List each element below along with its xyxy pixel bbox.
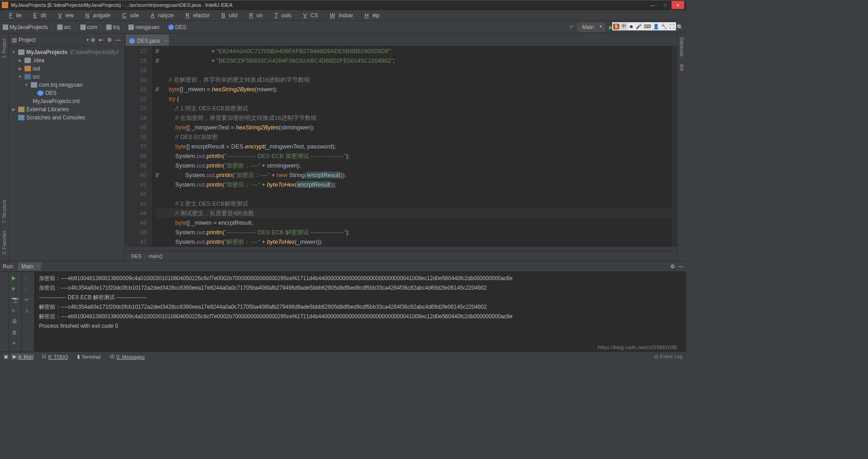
menu-run[interactable]: Run: [242, 11, 266, 20]
window-titlebar: MyJavaProjects [E:\IdeaProjects\MyJavaPr…: [0, 0, 686, 10]
dump-icon[interactable]: 📷: [12, 296, 19, 304]
up-icon[interactable]: ↑: [25, 275, 32, 282]
console-output[interactable]: 加密前：----eb9100481380013800009c4a01000301…: [34, 272, 686, 351]
folder-icon: [80, 25, 86, 30]
folder-icon: [106, 25, 112, 30]
project-panel-header: ▤ Project ▾ ⊕ ⇤ ⚙ —: [9, 34, 124, 46]
menu-window[interactable]: Window: [323, 11, 357, 20]
event-log[interactable]: ⊟ Event Log: [654, 354, 682, 360]
breadcrumb-trq[interactable]: trq: [106, 24, 119, 30]
target-icon[interactable]: ⊕: [91, 37, 97, 43]
close-tab-icon[interactable]: ×: [164, 38, 167, 43]
code-editor[interactable]: 2728293031323334353637383940414243444546…: [125, 46, 677, 247]
tree-item-src[interactable]: ▼src: [9, 73, 124, 81]
file-icon: [25, 99, 31, 104]
nav-back-icon[interactable]: ↶: [568, 24, 575, 31]
menu-build[interactable]: Build: [214, 11, 241, 20]
tree-root[interactable]: ▼ MyJavaProjects E:\IdeaProjects\MyJ: [9, 48, 124, 56]
class-icon: [129, 38, 135, 44]
breadcrumb-src[interactable]: src: [57, 24, 71, 30]
print-icon[interactable]: 🖶: [12, 318, 19, 326]
run-header: Run: Main × ⚙ —: [0, 261, 686, 272]
code-content[interactable]: // + "E8244A0A0C71705BA406FAFB279496D9AD…: [152, 46, 672, 247]
tree-scratches[interactable]: Scratches and Consoles: [9, 114, 124, 122]
run-config-dropdown[interactable]: Main: [577, 23, 605, 32]
marker-strip[interactable]: [672, 46, 677, 247]
maximize-button[interactable]: □: [659, 1, 672, 9]
breadcrumb-nengyuan[interactable]: nengyuan: [128, 24, 159, 30]
menu-tools[interactable]: Tools: [267, 11, 295, 20]
side-tab-database[interactable]: Database: [678, 34, 685, 60]
tool-windows-icon[interactable]: ▣: [4, 354, 8, 360]
help-icon[interactable]: ✶: [12, 340, 19, 347]
run-output-toolbar: ↑ ↓ ↩ ⤓: [22, 272, 34, 351]
side-tab-structure[interactable]: 7: Structure: [1, 196, 8, 227]
breadcrumb-com[interactable]: com: [80, 24, 98, 30]
stop-run-icon[interactable]: ■: [12, 286, 19, 293]
sb-run[interactable]: ▶4: Run: [11, 354, 34, 360]
tree-item--idea[interactable]: ▶.idea: [9, 56, 124, 64]
run-label: Run:: [3, 263, 14, 270]
menu-analyze[interactable]: Analyze: [143, 11, 177, 20]
editor-h-scrollbar[interactable]: [125, 247, 677, 251]
sb-todo[interactable]: ☑6: TODO: [40, 354, 70, 360]
gear-icon[interactable]: ⚙: [107, 37, 113, 43]
tree-item-out[interactable]: ▶out: [9, 64, 124, 73]
folder-o-icon: [25, 66, 31, 71]
menu-view[interactable]: View: [51, 11, 77, 20]
tree-item-myjavaprojects-iml[interactable]: MyJavaProjects.iml: [9, 97, 124, 105]
menu-vcs[interactable]: VCS: [296, 11, 322, 20]
run-hide-icon[interactable]: —: [678, 263, 683, 270]
run-left-strip: [0, 272, 9, 351]
editor-crumb-class[interactable]: DES: [131, 253, 142, 259]
editor-tab-label: DES.java: [137, 38, 160, 44]
hide-icon[interactable]: —: [115, 37, 122, 43]
side-tab-project[interactable]: 1: Project: [1, 35, 8, 62]
menu-code[interactable]: Code: [115, 11, 142, 20]
window-title: MyJavaProjects [E:\IdeaProjects\MyJavaPr…: [11, 2, 646, 8]
menu-help[interactable]: Help: [358, 11, 383, 20]
scroll-end-icon[interactable]: ⤓: [25, 307, 32, 315]
breadcrumb-myjavaprojects[interactable]: MyJavaProjects: [3, 24, 48, 30]
breadcrumb: MyJavaProjects〉src〉com〉trq〉nengyuan〉DES: [3, 23, 186, 31]
editor-breadcrumb: DES › main(): [125, 251, 677, 261]
run-gear-icon[interactable]: ⚙: [670, 263, 675, 270]
menu-refactor[interactable]: Refactor: [178, 11, 213, 20]
sb-messages[interactable]: ⓪0: Messages: [108, 353, 147, 360]
tree-item-com-trq-nengyuan[interactable]: ▼com.trq.nengyuan: [9, 81, 124, 89]
messages-icon: ⓪: [110, 353, 115, 360]
wrap-icon[interactable]: ↩: [25, 296, 32, 304]
close-button[interactable]: ✕: [672, 1, 684, 9]
ime-indicator[interactable]: S 中 ☻🎤⌨👤🔧⛶: [612, 22, 676, 30]
layout-icon[interactable]: ≡: [12, 307, 19, 315]
side-tab-favorites[interactable]: 2: Favorites: [1, 227, 8, 258]
sb-terminal[interactable]: ▮Terminal: [75, 354, 103, 360]
down-icon[interactable]: ↓: [25, 286, 32, 293]
run-tab-label: Main: [21, 263, 33, 270]
breadcrumb-des[interactable]: DES: [168, 24, 186, 30]
close-run-tab-icon[interactable]: ×: [37, 263, 39, 268]
tree-external-libraries[interactable]: ▶ External Libraries: [9, 105, 124, 114]
menu-file[interactable]: File: [2, 11, 25, 20]
side-tab-ant[interactable]: Ant: [678, 60, 685, 74]
todo-icon: ☑: [42, 354, 46, 360]
folder-icon: ▤: [12, 37, 17, 43]
minimize-button[interactable]: —: [646, 1, 659, 9]
rerun-icon[interactable]: ▶: [12, 275, 19, 282]
menu-edit[interactable]: Edit: [26, 11, 50, 20]
editor-crumb-method[interactable]: main(): [148, 253, 162, 259]
folder-icon: [128, 25, 134, 30]
search-icon[interactable]: 🔍: [676, 24, 683, 31]
collapse-icon[interactable]: ⇤: [99, 37, 105, 43]
pkg-icon: [31, 82, 37, 88]
status-bar: ▣ ▶4: Run ☑6: TODO ▮Terminal ⓪0: Message…: [0, 351, 686, 361]
editor-tab-des[interactable]: DES.java ×: [126, 35, 169, 46]
run-tab-main[interactable]: Main ×: [18, 262, 41, 271]
delete-icon[interactable]: 🗑: [12, 329, 19, 336]
menu-navigate[interactable]: Navigate: [78, 11, 114, 20]
editor: DES.java × 27282930313233343536373839404…: [125, 34, 677, 261]
play-small-icon: ▶: [13, 354, 16, 360]
tree-item-des[interactable]: DES: [9, 89, 124, 97]
chevron-down-icon[interactable]: ▾: [87, 38, 89, 42]
folder-icon: [25, 58, 31, 63]
